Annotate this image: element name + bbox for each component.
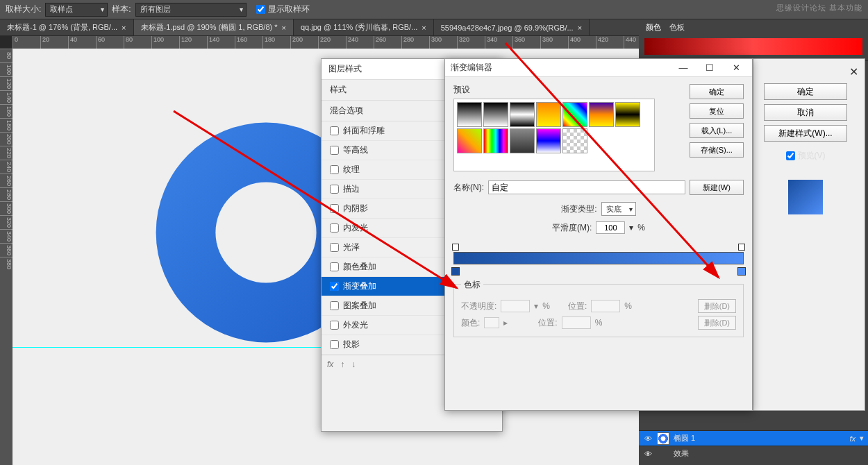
maximize-icon[interactable]: ☐ <box>699 62 720 73</box>
ok-button[interactable]: 确定 <box>764 83 847 100</box>
style-label: 投影 <box>343 339 360 350</box>
preset-swatch[interactable] <box>510 128 535 153</box>
style-checkbox[interactable] <box>330 301 339 310</box>
preview-checkbox[interactable] <box>786 151 795 160</box>
preset-swatch[interactable] <box>589 102 614 127</box>
preview-swatch <box>788 180 823 214</box>
style-checkbox[interactable] <box>330 146 339 155</box>
arrow-down-icon[interactable]: ↓ <box>351 360 356 369</box>
effects-label: 效果 <box>674 448 689 459</box>
position-input <box>591 300 620 312</box>
preset-swatch[interactable] <box>483 102 508 127</box>
swatches-tab[interactable]: 色板 <box>669 22 685 33</box>
close-icon[interactable]: × <box>578 24 582 32</box>
preset-swatch[interactable] <box>457 128 482 153</box>
percent-label: % <box>637 223 645 232</box>
color-swatch <box>484 317 499 328</box>
sample-label: 样本: <box>112 3 131 15</box>
preset-swatch[interactable] <box>483 128 508 153</box>
gradient-bar[interactable] <box>453 244 744 278</box>
save-button[interactable]: 存储(S)... <box>690 142 744 158</box>
fx-indicator[interactable]: fx <box>849 434 856 443</box>
tab-doc-1[interactable]: 未标题-1 @ 176% (背景, RGB/...× <box>0 19 134 35</box>
ruler-vertical[interactable]: 8010012014016018020022024026028030032034… <box>0 49 12 465</box>
preset-swatch[interactable] <box>536 102 561 127</box>
sample-size-dropdown[interactable]: 取样点 <box>45 3 108 17</box>
style-checkbox[interactable] <box>330 165 339 174</box>
style-checkbox[interactable] <box>330 204 339 213</box>
gradient-preview-bar[interactable] <box>453 252 744 264</box>
style-checkbox[interactable] <box>330 243 339 252</box>
layer-effects[interactable]: 👁 效果 <box>639 446 868 461</box>
presets-label: 预设 <box>453 84 470 96</box>
preset-swatch[interactable] <box>536 128 561 153</box>
preset-swatch[interactable] <box>615 102 640 127</box>
visibility-icon[interactable]: 👁 <box>643 434 653 443</box>
close-icon[interactable]: × <box>422 24 426 32</box>
preset-swatch[interactable] <box>562 128 587 153</box>
gradient-name-input[interactable] <box>488 180 685 194</box>
style-label: 光泽 <box>343 242 360 253</box>
preset-swatch[interactable] <box>510 102 535 127</box>
stops-title: 色标 <box>461 279 483 291</box>
name-label: 名称(N): <box>453 182 484 194</box>
style-checkbox[interactable] <box>330 223 339 232</box>
delete-button: 删除(D) <box>698 316 736 330</box>
chevron-down-icon[interactable]: ▾ <box>860 434 864 443</box>
opacity-stop-left[interactable] <box>452 244 459 251</box>
new-button[interactable]: 新建(W) <box>690 180 744 195</box>
options-bar: 取样大小: 取样点 样本: 所有图层 显示取样环 <box>0 0 868 19</box>
smoothness-input[interactable] <box>596 221 625 234</box>
style-checkbox[interactable] <box>330 126 339 135</box>
arrow-up-icon[interactable]: ↑ <box>340 360 344 369</box>
show-ring-checkbox[interactable] <box>256 5 265 14</box>
new-style-button[interactable]: 新建样式(W)... <box>764 125 847 142</box>
position-input <box>562 316 591 329</box>
svg-point-1 <box>215 182 316 282</box>
color-slider[interactable] <box>644 38 862 55</box>
style-label: 纹理 <box>343 164 360 176</box>
color-panel: 颜色 色板 <box>639 19 868 61</box>
style-checkbox[interactable] <box>330 262 339 271</box>
tab-doc-3[interactable]: qq.jpg @ 111% (秀川临暮, RGB/...× <box>294 19 434 35</box>
gradient-editor-dialog: 渐变编辑器 — ☐ ✕ 确定 复位 载入(L)... 存储(S)... 预设 ⚙ <box>444 58 753 411</box>
close-icon[interactable]: ✕ <box>849 65 858 78</box>
sample-size-label: 取样大小: <box>6 3 41 15</box>
fx-icon[interactable]: fx <box>327 360 333 369</box>
stops-group: 色标 不透明度: ▾ % 位置: % 删除(D) 颜色: ▸ 位置: % 删除(… <box>453 284 744 337</box>
close-icon[interactable]: × <box>282 24 286 32</box>
color-label: 颜色: <box>461 317 480 329</box>
smoothness-dropdown-icon[interactable]: ▾ <box>629 223 633 232</box>
reset-button[interactable]: 复位 <box>690 103 744 119</box>
preset-swatch[interactable] <box>457 102 482 127</box>
delete-button: 删除(D) <box>698 299 736 313</box>
color-stop-left[interactable] <box>451 267 460 276</box>
ruler-horizontal[interactable]: 0204060801001201401601802002202402602803… <box>12 36 639 49</box>
minimize-icon[interactable]: — <box>673 62 694 73</box>
load-button[interactable]: 载入(L)... <box>690 123 744 138</box>
preset-grid <box>453 99 655 171</box>
tab-doc-4[interactable]: 55949a428e4c7.jpeg @ 69.9%(RGB/...× <box>434 19 590 35</box>
ok-button[interactable]: 确定 <box>690 84 744 99</box>
opacity-stop-right[interactable] <box>738 244 745 251</box>
style-label: 描边 <box>343 183 360 195</box>
style-label: 渐变叠加 <box>343 280 376 292</box>
watermark: 思缘设计论坛 基本功能 <box>776 3 862 13</box>
preset-swatch[interactable] <box>562 102 587 127</box>
gradient-type-dropdown[interactable]: 实底 <box>601 202 636 216</box>
visibility-icon[interactable]: 👁 <box>643 450 653 458</box>
layer-ellipse[interactable]: 👁 椭圆 1 fx ▾ <box>639 430 868 446</box>
dialog-title: 渐变编辑器 <box>451 62 492 74</box>
style-checkbox[interactable] <box>330 321 339 330</box>
close-icon[interactable]: ✕ <box>726 62 746 73</box>
style-checkbox[interactable] <box>330 282 339 291</box>
color-tab[interactable]: 颜色 <box>646 22 661 33</box>
color-stop-right[interactable] <box>737 267 746 276</box>
tab-doc-2[interactable]: 未标题-1.psd @ 190% (椭圆 1, RGB/8) *× <box>134 19 294 35</box>
close-icon[interactable]: × <box>122 24 126 32</box>
style-checkbox[interactable] <box>330 185 339 194</box>
style-checkbox[interactable] <box>330 340 339 349</box>
sample-dropdown[interactable]: 所有图层 <box>135 3 247 17</box>
layer-thumb[interactable] <box>657 432 669 445</box>
cancel-button[interactable]: 取消 <box>764 104 847 121</box>
